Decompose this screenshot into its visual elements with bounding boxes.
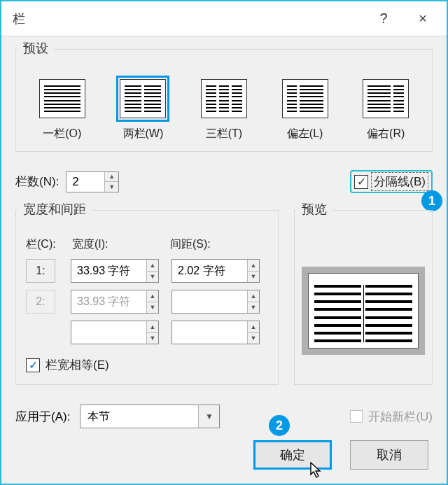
preset-label: 偏左(L) xyxy=(270,127,340,141)
annotation-badge-1: 1 xyxy=(421,190,442,211)
spin-up: ▲ xyxy=(248,321,259,333)
separator-checkbox-wrap[interactable]: ✓ 分隔线(B) 1 xyxy=(350,170,433,193)
preset-option[interactable]: 偏左(L) xyxy=(270,79,340,141)
preset-icon xyxy=(201,79,247,118)
spacing-spinner[interactable]: ▲▼ xyxy=(172,259,260,283)
preview-page xyxy=(308,273,419,349)
separator-label: 分隔线(B) xyxy=(372,174,427,190)
preset-option[interactable]: 偏右(R) xyxy=(351,79,421,141)
equal-width-label: 栏宽相等(E) xyxy=(46,357,109,373)
spacing-input xyxy=(172,321,247,344)
width-spacing-group: 宽度和间距 栏(C): 宽度(I): 间距(S): 1:▲▼▲▼2:▲▼▲▼▲▼… xyxy=(15,210,279,385)
help-button[interactable]: ? xyxy=(364,3,403,34)
equal-width-checkbox[interactable]: ✓ xyxy=(26,358,40,372)
preset-option[interactable]: 两栏(W) xyxy=(108,79,178,141)
spin-down[interactable]: ▼ xyxy=(147,272,158,283)
start-new-label: 开始新栏(U) xyxy=(368,409,433,425)
annotation-badge-2: 2 xyxy=(269,415,290,436)
numcols-label: 栏数(N): xyxy=(15,174,59,190)
width-spinner: ▲▼ xyxy=(71,321,159,344)
width-spinner: ▲▼ xyxy=(71,290,159,314)
ws-head-width: 宽度(I): xyxy=(72,237,170,252)
spin-up: ▲ xyxy=(147,321,158,333)
spacing-spinner: ▲▼ xyxy=(172,290,260,314)
columns-dialog: 栏 ? × 预设 一栏(O)两栏(W)三栏(T)偏左(L)偏右(R) 栏数(N)… xyxy=(0,0,448,485)
cancel-button[interactable]: 取消 xyxy=(350,440,428,470)
spin-down: ▼ xyxy=(147,333,158,344)
spacing-input[interactable] xyxy=(172,260,247,282)
spacing-spinner: ▲▼ xyxy=(172,321,260,344)
spin-down: ▼ xyxy=(248,302,259,314)
spin-up: ▲ xyxy=(147,290,158,302)
ws-legend: 宽度和间距 xyxy=(18,201,92,218)
preset-label: 一栏(O) xyxy=(27,127,97,141)
preset-label: 两栏(W) xyxy=(108,127,178,141)
equal-width-row[interactable]: ✓ 栏宽相等(E) xyxy=(26,357,268,373)
preset-option[interactable]: 三栏(T) xyxy=(189,79,259,141)
preview-group: 预览 xyxy=(294,210,433,385)
spin-up: ▲ xyxy=(248,290,259,302)
dialog-title: 栏 xyxy=(13,10,364,27)
numcols-spinner[interactable]: ▲ ▼ xyxy=(66,171,119,192)
close-button[interactable]: × xyxy=(403,3,442,34)
preset-label: 偏右(R) xyxy=(351,127,421,141)
preset-icon xyxy=(39,79,85,118)
numcols-up[interactable]: ▲ xyxy=(105,172,118,183)
width-input xyxy=(71,321,146,344)
apply-to-value: 本节 xyxy=(88,409,110,424)
presets-group: 预设 一栏(O)两栏(W)三栏(T)偏左(L)偏右(R) xyxy=(15,49,433,152)
ws-row: 2:▲▼▲▼ xyxy=(26,290,268,314)
apply-to-label: 应用于(A): xyxy=(15,409,70,425)
chevron-down-icon[interactable]: ▼ xyxy=(198,405,219,428)
width-input[interactable] xyxy=(71,260,146,282)
titlebar: 栏 ? × xyxy=(1,1,447,36)
width-input xyxy=(71,290,146,313)
numcols-input[interactable] xyxy=(66,172,104,192)
ws-head-spacing: 间距(S): xyxy=(170,237,268,252)
ws-row-index: 1: xyxy=(26,259,55,283)
numcols-down[interactable]: ▼ xyxy=(105,182,118,192)
presets-legend: 预设 xyxy=(18,40,54,57)
spin-down: ▼ xyxy=(248,333,259,344)
apply-to-select[interactable]: 本节 ▼ xyxy=(80,405,220,428)
start-new-column: 开始新栏(U) xyxy=(350,409,433,425)
preset-icon xyxy=(282,79,328,118)
spin-up[interactable]: ▲ xyxy=(147,260,158,272)
ws-row: 1:▲▼▲▼ xyxy=(26,259,268,283)
preset-icon xyxy=(120,79,166,118)
preset-label: 三栏(T) xyxy=(189,127,259,141)
width-spinner[interactable]: ▲▼ xyxy=(71,259,159,283)
ws-row: ▲▼▲▼ xyxy=(26,321,268,344)
separator-checkbox[interactable]: ✓ xyxy=(354,175,368,189)
ws-head-col: 栏(C): xyxy=(26,237,72,252)
ws-row-index: 2: xyxy=(26,290,55,314)
preview-box xyxy=(302,267,425,355)
spin-up[interactable]: ▲ xyxy=(248,260,259,272)
spin-down: ▼ xyxy=(147,302,158,314)
ok-button[interactable]: 确定 xyxy=(253,440,332,470)
preset-option[interactable]: 一栏(O) xyxy=(27,79,97,141)
preset-icon xyxy=(363,79,409,118)
preview-legend: 预览 xyxy=(296,201,332,218)
spacing-input xyxy=(172,290,247,313)
spin-down[interactable]: ▼ xyxy=(248,272,259,283)
start-new-checkbox xyxy=(350,410,363,423)
